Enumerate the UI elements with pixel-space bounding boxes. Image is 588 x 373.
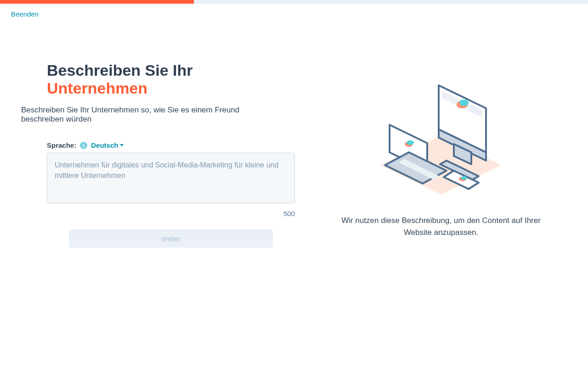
devices-illustration bbox=[372, 75, 510, 199]
progress-bar bbox=[0, 0, 588, 4]
illustration-caption: Wir nutzen diese Beschreibung, um den Co… bbox=[340, 215, 542, 238]
info-icon[interactable]: i bbox=[80, 142, 87, 149]
describe-form: Sprache: i Deutsch 500 Weiter bbox=[47, 141, 295, 248]
exit-link[interactable]: Beenden bbox=[11, 10, 39, 18]
language-label: Sprache: bbox=[47, 141, 76, 149]
description-textarea[interactable] bbox=[47, 153, 295, 203]
page-subtitle: Beschreiben Sie Ihr Unternehmen so, wie … bbox=[21, 106, 273, 124]
char-counter: 500 bbox=[47, 210, 295, 217]
svg-point-7 bbox=[459, 100, 469, 106]
progress-fill bbox=[0, 0, 194, 4]
main-layout: Beschreiben Sie Ihr Unternehmen Beschrei… bbox=[0, 25, 588, 248]
page-title: Beschreiben Sie Ihr Unternehmen bbox=[47, 61, 273, 97]
top-bar: Beenden bbox=[0, 4, 588, 25]
page-title-prefix: Beschreiben Sie Ihr bbox=[47, 61, 192, 79]
devices-icon bbox=[372, 75, 510, 199]
chevron-down-icon bbox=[120, 144, 124, 146]
language-row: Sprache: i Deutsch bbox=[47, 141, 295, 149]
continue-button[interactable]: Weiter bbox=[69, 229, 273, 248]
right-column: Wir nutzen diese Beschreibung, um den Co… bbox=[294, 61, 588, 248]
page-title-accent: Unternehmen bbox=[47, 79, 147, 97]
language-dropdown[interactable]: Deutsch bbox=[91, 141, 124, 149]
svg-point-15 bbox=[461, 176, 467, 180]
left-column: Beschreiben Sie Ihr Unternehmen Beschrei… bbox=[0, 61, 294, 248]
svg-point-12 bbox=[407, 140, 414, 145]
language-selected: Deutsch bbox=[91, 141, 118, 149]
